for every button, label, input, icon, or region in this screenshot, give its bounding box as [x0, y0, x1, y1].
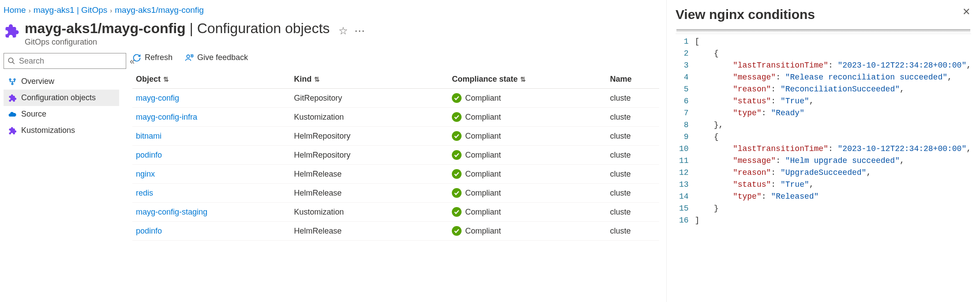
- refresh-button[interactable]: Refresh: [132, 53, 173, 62]
- code-line: [: [695, 36, 971, 48]
- sidebar-item-configuration-objects[interactable]: Configuration objects: [4, 90, 119, 106]
- json-viewer[interactable]: 12345678910111213141516 [ { "lastTransit…: [676, 34, 971, 228]
- compliance-cell: Compliant: [448, 146, 606, 165]
- sidebar: « OverviewConfiguration objectsSourceKus…: [4, 53, 119, 241]
- namespace-cell: cluste: [606, 165, 659, 184]
- sidebar-item-label: Source: [21, 109, 46, 119]
- search-field[interactable]: [15, 56, 122, 66]
- code-line: "message": "Release reconciliation succe…: [695, 72, 971, 83]
- namespace-cell: cluste: [606, 89, 659, 108]
- kind-cell: Kustomization: [290, 203, 448, 222]
- page-title-row: mayg-aks1/mayg-config | Configuration ob…: [4, 19, 659, 53]
- code-line: "lastTransitionTime": "2023-10-12T22:34:…: [695, 143, 971, 155]
- cloud-icon: [8, 110, 17, 119]
- compliance-cell: Compliant: [448, 165, 606, 184]
- search-input[interactable]: [4, 53, 126, 69]
- sidebar-item-source[interactable]: Source: [4, 106, 119, 122]
- kind-cell: HelmRepository: [290, 127, 448, 146]
- col-compliance[interactable]: Compliance state⇅: [448, 70, 606, 89]
- puzzle-icon: [8, 126, 17, 135]
- sort-icon: ⇅: [520, 76, 526, 83]
- check-icon: [452, 93, 462, 103]
- table-row[interactable]: podinfoHelmRepositoryCompliantcluste: [132, 146, 659, 165]
- code-line: "type": "Ready": [695, 107, 971, 119]
- sidebar-item-label: Overview: [21, 77, 54, 86]
- breadcrumb-item[interactable]: mayg-aks1 | GitOps: [34, 5, 108, 15]
- check-icon: [452, 188, 462, 198]
- kind-cell: Kustomization: [290, 108, 448, 127]
- close-icon[interactable]: ✕: [962, 6, 970, 18]
- chevron-right-icon: ›: [110, 7, 112, 14]
- scrollbar[interactable]: [676, 29, 970, 33]
- table-row[interactable]: mayg-configGitRepositoryCompliantcluste: [132, 89, 659, 108]
- check-icon: [452, 226, 462, 236]
- namespace-cell: cluste: [606, 127, 659, 146]
- feedback-label: Give feedback: [197, 53, 248, 62]
- search-icon: [8, 57, 15, 65]
- table-row[interactable]: bitnamiHelmRepositoryCompliantcluste: [132, 127, 659, 146]
- star-icon[interactable]: ☆: [338, 25, 348, 37]
- compliance-cell: Compliant: [448, 184, 606, 203]
- check-icon: [452, 207, 462, 217]
- panel-title: View nginx conditions: [676, 7, 971, 22]
- sidebar-item-kustomizations[interactable]: Kustomizations: [4, 122, 119, 139]
- breadcrumb-item[interactable]: mayg-aks1/mayg-config: [115, 5, 204, 15]
- main-content: Refresh Give feedback Object⇅ Kind⇅ Comp…: [119, 53, 659, 241]
- kind-cell: HelmRepository: [290, 146, 448, 165]
- svg-point-5: [187, 55, 190, 58]
- objects-table: Object⇅ Kind⇅ Compliance state⇅ Name may…: [132, 70, 659, 241]
- code-line: {: [695, 131, 971, 143]
- feedback-icon: [185, 53, 194, 62]
- compliance-cell: Compliant: [448, 203, 606, 222]
- svg-line-1: [12, 62, 15, 64]
- object-link[interactable]: nginx: [136, 170, 155, 178]
- object-link[interactable]: podinfo: [136, 151, 162, 159]
- breadcrumb-item[interactable]: Home: [4, 5, 26, 15]
- object-link[interactable]: bitnami: [136, 132, 161, 140]
- code-line: "message": "Helm upgrade succeeded",: [695, 155, 971, 167]
- nav-list: OverviewConfiguration objectsSourceKusto…: [4, 73, 119, 139]
- table-row[interactable]: mayg-config-stagingKustomizationComplian…: [132, 203, 659, 222]
- table-row[interactable]: nginxHelmReleaseCompliantcluste: [132, 165, 659, 184]
- compliance-cell: Compliant: [448, 108, 606, 127]
- page-title: mayg-aks1/mayg-config | Configuration ob…: [25, 20, 330, 36]
- table-row[interactable]: redisHelmReleaseCompliantcluste: [132, 184, 659, 203]
- check-icon: [452, 131, 462, 141]
- code-line: "status": "True",: [695, 179, 971, 191]
- object-link[interactable]: podinfo: [136, 226, 162, 235]
- object-link[interactable]: redis: [136, 189, 153, 197]
- refresh-icon: [132, 53, 141, 62]
- toolbar: Refresh Give feedback: [132, 53, 659, 70]
- object-link[interactable]: mayg-config-staging: [136, 208, 207, 216]
- sidebar-item-label: Kustomizations: [21, 126, 75, 135]
- code-line: "reason": "ReconciliationSucceeded",: [695, 83, 971, 95]
- kind-cell: HelmRelease: [290, 222, 448, 241]
- breadcrumb: Home › mayg-aks1 | GitOps › mayg-aks1/ma…: [4, 4, 659, 19]
- code-line: {: [695, 48, 971, 60]
- code-line: "status": "True",: [695, 95, 971, 107]
- feedback-button[interactable]: Give feedback: [185, 53, 248, 62]
- compliance-cell: Compliant: [448, 127, 606, 146]
- check-icon: [452, 112, 462, 122]
- svg-point-3: [14, 79, 15, 80]
- code-line: }: [695, 203, 971, 215]
- namespace-cell: cluste: [606, 146, 659, 165]
- conditions-panel: ✕ View nginx conditions 1234567891011121…: [666, 0, 980, 302]
- col-object[interactable]: Object⇅: [132, 70, 290, 89]
- refresh-label: Refresh: [145, 53, 173, 62]
- more-icon[interactable]: ⋯: [354, 25, 365, 37]
- namespace-cell: cluste: [606, 108, 659, 127]
- sort-icon: ⇅: [314, 76, 320, 83]
- col-kind[interactable]: Kind⇅: [290, 70, 448, 89]
- table-row[interactable]: podinfoHelmReleaseCompliantcluste: [132, 222, 659, 241]
- check-icon: [452, 169, 462, 179]
- table-row[interactable]: mayg-config-infraKustomizationCompliantc…: [132, 108, 659, 127]
- col-namespace[interactable]: Name: [606, 70, 659, 89]
- sidebar-item-overview[interactable]: Overview: [4, 73, 119, 90]
- object-link[interactable]: mayg-config: [136, 94, 179, 102]
- code-line: "lastTransitionTime": "2023-10-12T22:34:…: [695, 60, 971, 72]
- object-link[interactable]: mayg-config-infra: [136, 113, 197, 121]
- svg-point-4: [11, 83, 13, 84]
- kind-cell: GitRepository: [290, 89, 448, 108]
- code-line: "type": "Released": [695, 191, 971, 203]
